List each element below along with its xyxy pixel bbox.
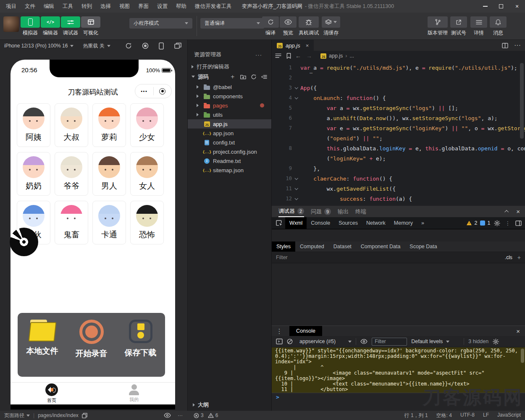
voice-card[interactable]: 爷爷 [55,152,88,196]
menu-item-帮助[interactable]: 帮助 [172,0,191,13]
encoding[interactable]: UTF-8 [460,412,475,419]
close-button[interactable]: × [509,0,525,13]
list-icon[interactable] [275,53,281,58]
menu-item-选择[interactable]: 选择 [96,0,115,13]
maximize-button[interactable] [493,0,509,13]
editor-scrollbar[interactable] [520,63,524,139]
tab-terminal[interactable]: 终端 [355,206,366,217]
add-style-icon[interactable]: + [517,254,521,261]
menu-item-项目[interactable]: 项目 [2,0,21,13]
tab-computed[interactable]: Computed [295,242,329,252]
fold-chevron-icon[interactable] [292,197,300,200]
console-filter-input[interactable]: Filter [372,338,407,346]
menu-item-编辑[interactable]: 编辑 [39,0,58,13]
fold-chevron-icon[interactable] [292,177,300,180]
fold-chevron-icon[interactable] [292,87,300,89]
source-section[interactable]: 源码 ＋ [188,72,271,81]
voice-card[interactable]: 卡通 [92,201,126,244]
local-file-button[interactable]: 本地文件 [18,313,67,377]
tree-item-@babel[interactable]: @babel [188,82,271,92]
forward-icon[interactable]: → [306,52,312,59]
inspect-icon[interactable] [276,220,283,226]
tab-debugger[interactable]: 调试器 2 [278,206,304,217]
fold-hint[interactable]: ⋯ [310,70,313,76]
eol-setting[interactable]: LF [483,412,489,419]
devtools-tab-sources[interactable]: Sources [334,217,362,229]
info-icon[interactable] [480,220,485,226]
details-button[interactable]: 详情 [470,16,487,37]
tab-scope-data[interactable]: Scope Data [405,242,441,252]
language-mode[interactable]: JavaScript [497,412,521,419]
device-frame-button[interactable] [159,42,164,50]
voice-card[interactable]: 恐怖 [130,201,164,244]
collapse-all-icon[interactable] [261,74,267,79]
tree-item-app.js[interactable]: JSapp.js [188,119,271,129]
messages-button[interactable]: 消息 [490,16,507,37]
voice-card[interactable]: 萝莉 [92,103,126,147]
close-tab-icon[interactable]: × [306,42,309,49]
more-icon[interactable]: ··· [178,412,183,418]
context-select[interactable]: appservice (#5) [299,339,352,344]
menu-item-视图[interactable]: 视图 [115,0,134,13]
console-sidebar-icon[interactable] [276,339,283,344]
clear-cache-button[interactable]: 清缓存 [322,16,340,37]
fold-chevron-icon[interactable] [292,187,300,190]
devtools-tab-console[interactable]: Console [307,217,334,229]
menu-item-工具[interactable]: 工具 [58,0,77,13]
tab-styles[interactable]: Styles [272,242,295,252]
tree-item-app.json[interactable]: {..}app.json [188,129,271,138]
cls-toggle[interactable]: .cls [505,255,512,260]
editor-button[interactable]: </> 编辑器 [40,16,60,37]
preview-button[interactable]: 预览 [280,16,297,37]
drawer-menu-icon[interactable]: ⋮ [276,327,283,335]
page-path-value[interactable]: pages/index/index [38,412,79,418]
version-control-button[interactable]: 版本管理 [428,16,448,37]
tree-item-project.config.json[interactable]: {..}project.config.json [188,147,271,156]
kebab-menu-icon[interactable]: ⋮ [505,220,511,226]
eye-icon[interactable] [164,413,171,418]
menu-item-界面[interactable]: 界面 [134,0,153,13]
devtools-tab-memory[interactable]: Memory [390,217,417,229]
open-editors-section[interactable]: 打开的编辑器 [188,62,271,71]
save-download-button[interactable]: 保存下载 [116,313,165,377]
tab-mine[interactable]: 我的 [93,383,175,404]
warning-icon[interactable] [466,220,472,226]
new-folder-icon[interactable] [240,74,246,79]
tree-item-pages[interactable]: pages [188,101,271,110]
test-account-button[interactable]: 测试号 [450,16,467,37]
problems-summary[interactable]: 3 6 [194,412,218,418]
devtools-tab-overflow[interactable]: » [417,217,428,229]
indent-setting[interactable]: 空格: 4 [436,412,452,419]
dock-side-icon[interactable] [515,220,522,226]
user-avatar[interactable] [3,16,19,32]
voice-card[interactable]: 女人 [130,152,164,196]
cursor-position[interactable]: 行 1，列 1 [404,412,428,419]
console-drawer-tab[interactable]: Console [289,326,322,336]
minimize-button[interactable] [477,0,493,13]
code-area[interactable]: ⋯ 1var a = require("./utils/md5.js"), e … [272,61,525,206]
compile-button[interactable]: 编译 [262,16,279,37]
tab-component-data[interactable]: Component Data [356,242,405,252]
tree-item-components[interactable]: components [188,92,271,101]
voice-card[interactable]: 男人 [92,152,126,196]
gear-icon[interactable] [493,339,499,345]
close-drawer-icon[interactable]: × [516,328,520,335]
more-actions-icon[interactable]: ··· [514,42,521,49]
tree-item-utils[interactable]: utils [188,110,271,119]
split-editor-icon[interactable] [502,43,508,48]
tree-item-Readme.txt[interactable]: iReadme.txt [188,156,271,165]
tab-appjs[interactable]: JS app.js × [272,40,314,51]
record-button[interactable] [142,42,149,49]
tree-item-config.txt[interactable]: config.txt [188,138,271,147]
eye-icon[interactable] [360,339,368,344]
refresh-icon[interactable] [251,74,257,80]
more-button[interactable]: ••• [135,89,153,94]
breadcrumb-file[interactable]: app.js [329,53,343,59]
page-path-select[interactable]: 页面路径 [4,412,30,419]
close-panel-icon[interactable]: × [516,208,520,215]
breadcrumb-more[interactable]: ... [350,53,354,59]
tab-home[interactable]: 首页 [10,383,93,404]
collapse-panel-icon[interactable] [504,210,509,214]
menu-item-微信开发者工具[interactable]: 微信开发者工具 [191,0,236,13]
fold-chevron-icon[interactable] [292,97,300,99]
